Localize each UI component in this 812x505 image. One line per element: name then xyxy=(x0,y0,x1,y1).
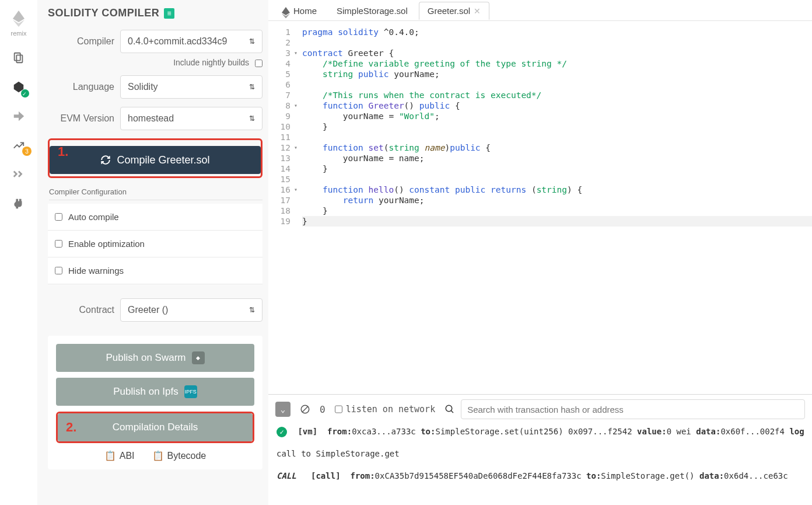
annotation-1-number: 1. xyxy=(58,144,68,159)
file-explorer-icon[interactable] xyxy=(10,50,27,66)
ban-icon[interactable] xyxy=(300,404,310,415)
compiler-label: Compiler xyxy=(48,36,114,47)
log-line-3[interactable]: CALL [call] from:0xCA35b7d915458EF540aDe… xyxy=(276,469,804,483)
enable-optimization-row[interactable]: Enable optimization xyxy=(48,231,262,257)
terminal-panel: ⌄ 0 listen on network ✓ [vm] from:0xca3.… xyxy=(268,394,812,505)
terminal-output[interactable]: ✓ [vm] from:0xca3...a733c to:SimpleStora… xyxy=(268,424,812,505)
contract-label: Contract xyxy=(48,305,114,315)
code-editor[interactable]: 12345678910111213141516171819 pragma sol… xyxy=(268,21,812,394)
remix-logo[interactable]: remix xyxy=(11,11,27,37)
evm-select[interactable]: homestead⇅ xyxy=(120,107,262,130)
language-label: Language xyxy=(48,82,114,92)
debugger-icon[interactable] xyxy=(10,166,27,183)
svg-line-8 xyxy=(302,406,309,413)
note-icon[interactable]: ≡ xyxy=(164,8,174,19)
terminal-collapse-button[interactable]: ⌄ xyxy=(275,402,290,417)
svg-line-10 xyxy=(451,410,453,413)
compiler-ok-badge xyxy=(21,89,29,97)
auto-compile-row[interactable]: Auto compile xyxy=(48,204,262,231)
svg-rect-3 xyxy=(16,55,22,62)
compiler-icon[interactable] xyxy=(10,79,27,95)
ipfs-icon: IPFS xyxy=(184,385,197,398)
svg-marker-4 xyxy=(14,112,24,121)
plugin-icon[interactable] xyxy=(10,196,27,212)
search-icon xyxy=(444,404,455,415)
editor-tabs: Home SimpleStorage.sol Greeter.sol ✕ xyxy=(268,0,812,21)
panel-title: SOLIDITY COMPILER ≡ xyxy=(48,7,262,19)
compiler-panel: SOLIDITY COMPILER ≡ Compiler 0.4.0+commi… xyxy=(37,0,268,505)
icon-sidebar: remix 3 xyxy=(0,0,37,505)
abi-copy-button[interactable]: 📋 ABI xyxy=(104,450,135,461)
auto-compile-checkbox[interactable] xyxy=(55,213,62,221)
bytecode-copy-button[interactable]: 📋 Bytecode xyxy=(152,450,206,461)
annotation-2-box: 2. Compilation Details xyxy=(56,412,254,443)
svg-rect-2 xyxy=(15,53,20,61)
compilation-details-button[interactable]: Compilation Details xyxy=(58,413,253,441)
svg-marker-0 xyxy=(13,11,24,22)
annotation-2-number: 2. xyxy=(66,420,76,435)
tab-greeter[interactable]: Greeter.sol ✕ xyxy=(419,2,489,20)
success-icon: ✓ xyxy=(276,427,287,437)
remix-logo-label: remix xyxy=(11,30,27,37)
compiler-select[interactable]: 0.4.0+commit.acd334c9⇅ xyxy=(120,30,262,53)
contract-select[interactable]: Greeter ()⇅ xyxy=(120,298,262,322)
language-select[interactable]: Solidity⇅ xyxy=(120,75,262,99)
log-line-2[interactable]: call to SimpleStorage.get xyxy=(276,447,804,461)
svg-point-9 xyxy=(446,405,452,412)
publish-swarm-button[interactable]: Publish on Swarm ◆ xyxy=(56,344,254,372)
compile-button[interactable]: Compile Greeter.sol xyxy=(50,146,261,174)
svg-marker-5 xyxy=(282,7,290,15)
evm-label: EVM Version xyxy=(48,113,114,124)
tab-simplestorage[interactable]: SimpleStorage.sol xyxy=(328,2,416,20)
nightly-checkbox[interactable] xyxy=(255,60,262,67)
listen-network-toggle[interactable]: listen on network xyxy=(335,399,436,419)
pending-count: 0 xyxy=(320,404,326,415)
publish-ipfs-button[interactable]: Publish on Ipfs IPFS xyxy=(56,378,254,406)
hide-warnings-row[interactable]: Hide warnings xyxy=(48,257,262,284)
analytics-badge: 3 xyxy=(22,147,32,156)
annotation-1-box: 1. Compile Greeter.sol xyxy=(48,138,262,178)
close-icon[interactable]: ✕ xyxy=(474,6,481,16)
deploy-icon[interactable] xyxy=(10,108,27,124)
analytics-icon[interactable]: 3 xyxy=(10,137,27,154)
nightly-label: Include nightly builds xyxy=(173,58,249,67)
tab-home[interactable]: Home xyxy=(273,2,326,20)
enable-optimization-checkbox[interactable] xyxy=(55,240,62,248)
log-line-1[interactable]: ✓ [vm] from:0xca3...a733c to:SimpleStora… xyxy=(276,425,804,439)
terminal-search-input[interactable] xyxy=(461,399,805,419)
config-header: Compiler Configuration xyxy=(49,187,262,200)
swarm-icon: ◆ xyxy=(192,351,205,364)
hide-warnings-checkbox[interactable] xyxy=(55,267,62,274)
